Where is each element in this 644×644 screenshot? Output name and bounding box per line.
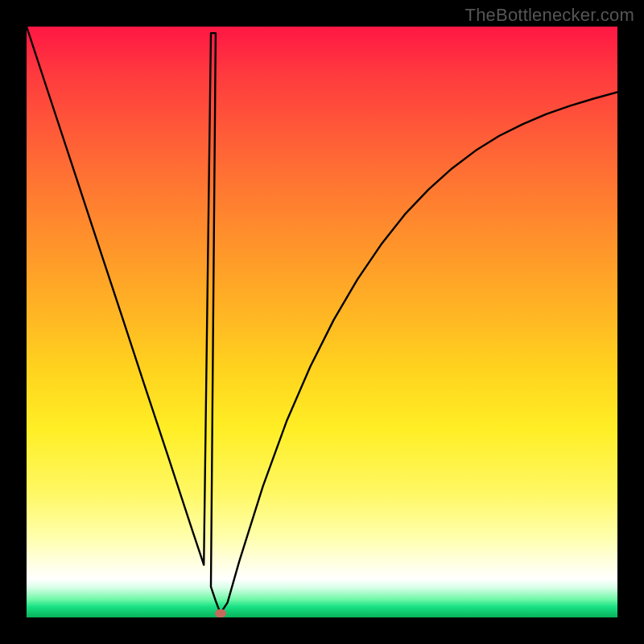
chart-frame: TheBottlenecker.com [0,0,644,644]
plot-area [27,27,617,617]
watermark-text: TheBottlenecker.com [465,5,634,26]
heatmap-background [27,27,617,617]
optimal-point-marker [215,609,226,617]
